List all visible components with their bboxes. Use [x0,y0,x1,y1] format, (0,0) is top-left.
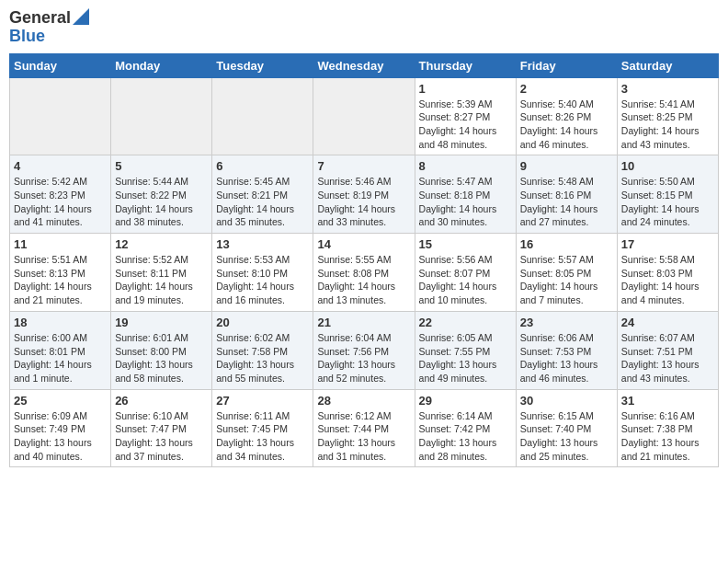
calendar-cell: 14Sunrise: 5:55 AM Sunset: 8:08 PM Dayli… [313,234,415,312]
calendar-cell: 9Sunrise: 5:48 AM Sunset: 8:16 PM Daylig… [516,155,617,234]
day-info: Sunrise: 5:58 AM Sunset: 8:03 PM Dayligh… [621,253,714,307]
calendar-cell: 30Sunrise: 6:15 AM Sunset: 7:40 PM Dayli… [516,389,617,467]
weekday-header-row: SundayMondayTuesdayWednesdayThursdayFrid… [10,53,719,77]
day-number: 1 [419,82,512,96]
day-number: 7 [317,159,410,173]
day-number: 4 [14,159,107,173]
weekday-header-tuesday: Tuesday [212,53,313,77]
calendar-cell [10,77,111,155]
weekday-header-saturday: Saturday [617,53,718,77]
day-info: Sunrise: 6:10 AM Sunset: 7:47 PM Dayligh… [115,409,208,464]
calendar-cell: 2Sunrise: 5:40 AM Sunset: 8:26 PM Daylig… [516,77,617,155]
weekday-header-wednesday: Wednesday [313,53,415,77]
week-row-2: 4Sunrise: 5:42 AM Sunset: 8:23 PM Daylig… [10,155,719,234]
calendar-cell: 26Sunrise: 6:10 AM Sunset: 7:47 PM Dayli… [111,389,212,467]
calendar-cell: 5Sunrise: 5:44 AM Sunset: 8:22 PM Daylig… [111,155,212,234]
day-info: Sunrise: 5:51 AM Sunset: 8:13 PM Dayligh… [14,253,107,307]
calendar-cell: 18Sunrise: 6:00 AM Sunset: 8:01 PM Dayli… [10,311,111,389]
day-info: Sunrise: 6:06 AM Sunset: 7:53 PM Dayligh… [520,331,613,385]
calendar-cell [313,77,415,155]
day-info: Sunrise: 6:07 AM Sunset: 7:51 PM Dayligh… [621,331,714,385]
day-info: Sunrise: 5:40 AM Sunset: 8:26 PM Dayligh… [520,98,613,152]
day-info: Sunrise: 5:45 AM Sunset: 8:21 PM Dayligh… [216,175,309,229]
calendar-cell: 17Sunrise: 5:58 AM Sunset: 8:03 PM Dayli… [617,234,718,312]
calendar-cell: 28Sunrise: 6:12 AM Sunset: 7:44 PM Dayli… [313,389,415,467]
day-number: 27 [216,394,309,408]
calendar-cell: 11Sunrise: 5:51 AM Sunset: 8:13 PM Dayli… [10,234,111,312]
day-number: 17 [621,237,714,251]
day-number: 8 [419,159,512,173]
calendar-cell: 16Sunrise: 5:57 AM Sunset: 8:05 PM Dayli… [516,234,617,312]
day-info: Sunrise: 5:47 AM Sunset: 8:18 PM Dayligh… [419,175,512,229]
day-info: Sunrise: 6:16 AM Sunset: 7:38 PM Dayligh… [621,409,714,464]
calendar-cell: 3Sunrise: 5:41 AM Sunset: 8:25 PM Daylig… [617,77,718,155]
day-info: Sunrise: 6:01 AM Sunset: 8:00 PM Dayligh… [115,331,208,385]
logo-general-text: General [9,9,71,28]
day-number: 3 [621,82,714,96]
day-number: 10 [621,159,714,173]
day-number: 11 [14,237,107,251]
calendar-cell: 12Sunrise: 5:52 AM Sunset: 8:11 PM Dayli… [111,234,212,312]
calendar-cell: 8Sunrise: 5:47 AM Sunset: 8:18 PM Daylig… [415,155,516,234]
day-info: Sunrise: 5:44 AM Sunset: 8:22 PM Dayligh… [115,175,208,229]
day-number: 19 [115,316,208,329]
calendar-cell: 1Sunrise: 5:39 AM Sunset: 8:27 PM Daylig… [415,77,516,155]
logo-blue-text: Blue [9,27,45,45]
day-info: Sunrise: 5:53 AM Sunset: 8:10 PM Dayligh… [216,253,309,307]
calendar-cell: 23Sunrise: 6:06 AM Sunset: 7:53 PM Dayli… [516,311,617,389]
calendar-cell: 4Sunrise: 5:42 AM Sunset: 8:23 PM Daylig… [10,155,111,234]
day-number: 22 [419,316,512,329]
calendar-cell: 19Sunrise: 6:01 AM Sunset: 8:00 PM Dayli… [111,311,212,389]
calendar-table: SundayMondayTuesdayWednesdayThursdayFrid… [9,53,719,468]
day-number: 13 [216,237,309,251]
day-info: Sunrise: 6:15 AM Sunset: 7:40 PM Dayligh… [520,409,613,464]
calendar-cell: 10Sunrise: 5:50 AM Sunset: 8:15 PM Dayli… [617,155,718,234]
day-number: 29 [419,394,512,408]
weekday-header-thursday: Thursday [415,53,516,77]
calendar-cell: 13Sunrise: 5:53 AM Sunset: 8:10 PM Dayli… [212,234,313,312]
week-row-1: 1Sunrise: 5:39 AM Sunset: 8:27 PM Daylig… [10,77,719,155]
day-number: 18 [14,316,107,329]
day-info: Sunrise: 5:57 AM Sunset: 8:05 PM Dayligh… [520,253,613,307]
day-info: Sunrise: 6:04 AM Sunset: 7:56 PM Dayligh… [317,331,410,385]
calendar-cell: 27Sunrise: 6:11 AM Sunset: 7:45 PM Dayli… [212,389,313,467]
day-info: Sunrise: 5:46 AM Sunset: 8:19 PM Dayligh… [317,175,410,229]
day-number: 14 [317,237,410,251]
calendar-cell: 21Sunrise: 6:04 AM Sunset: 7:56 PM Dayli… [313,311,415,389]
day-number: 5 [115,159,208,173]
week-row-4: 18Sunrise: 6:00 AM Sunset: 8:01 PM Dayli… [10,311,719,389]
calendar-cell: 22Sunrise: 6:05 AM Sunset: 7:55 PM Dayli… [415,311,516,389]
day-info: Sunrise: 6:05 AM Sunset: 7:55 PM Dayligh… [419,331,512,385]
calendar-cell: 6Sunrise: 5:45 AM Sunset: 8:21 PM Daylig… [212,155,313,234]
calendar-cell [212,77,313,155]
day-info: Sunrise: 5:41 AM Sunset: 8:25 PM Dayligh… [621,98,714,152]
calendar-cell: 31Sunrise: 6:16 AM Sunset: 7:38 PM Dayli… [617,389,718,467]
calendar-cell: 25Sunrise: 6:09 AM Sunset: 7:49 PM Dayli… [10,389,111,467]
day-number: 30 [520,394,613,408]
day-info: Sunrise: 5:56 AM Sunset: 8:07 PM Dayligh… [419,253,512,307]
day-info: Sunrise: 5:42 AM Sunset: 8:23 PM Dayligh… [14,175,107,229]
day-number: 25 [14,394,107,408]
week-row-5: 25Sunrise: 6:09 AM Sunset: 7:49 PM Dayli… [10,389,719,467]
day-number: 31 [621,394,714,408]
day-number: 15 [419,237,512,251]
day-info: Sunrise: 5:48 AM Sunset: 8:16 PM Dayligh… [520,175,613,229]
logo: General Blue [9,9,89,46]
calendar-cell [111,77,212,155]
day-info: Sunrise: 5:52 AM Sunset: 8:11 PM Dayligh… [115,253,208,307]
day-number: 2 [520,82,613,96]
calendar-cell: 24Sunrise: 6:07 AM Sunset: 7:51 PM Dayli… [617,311,718,389]
logo-triangle-icon [73,8,89,25]
day-number: 16 [520,237,613,251]
week-row-3: 11Sunrise: 5:51 AM Sunset: 8:13 PM Dayli… [10,234,719,312]
day-info: Sunrise: 6:11 AM Sunset: 7:45 PM Dayligh… [216,409,309,464]
calendar-cell: 29Sunrise: 6:14 AM Sunset: 7:42 PM Dayli… [415,389,516,467]
calendar-cell: 7Sunrise: 5:46 AM Sunset: 8:19 PM Daylig… [313,155,415,234]
calendar-cell: 20Sunrise: 6:02 AM Sunset: 7:58 PM Dayli… [212,311,313,389]
day-info: Sunrise: 5:39 AM Sunset: 8:27 PM Dayligh… [419,98,512,152]
weekday-header-sunday: Sunday [10,53,111,77]
weekday-header-friday: Friday [516,53,617,77]
day-info: Sunrise: 6:14 AM Sunset: 7:42 PM Dayligh… [419,409,512,464]
day-info: Sunrise: 6:09 AM Sunset: 7:49 PM Dayligh… [14,409,107,464]
day-number: 20 [216,316,309,329]
